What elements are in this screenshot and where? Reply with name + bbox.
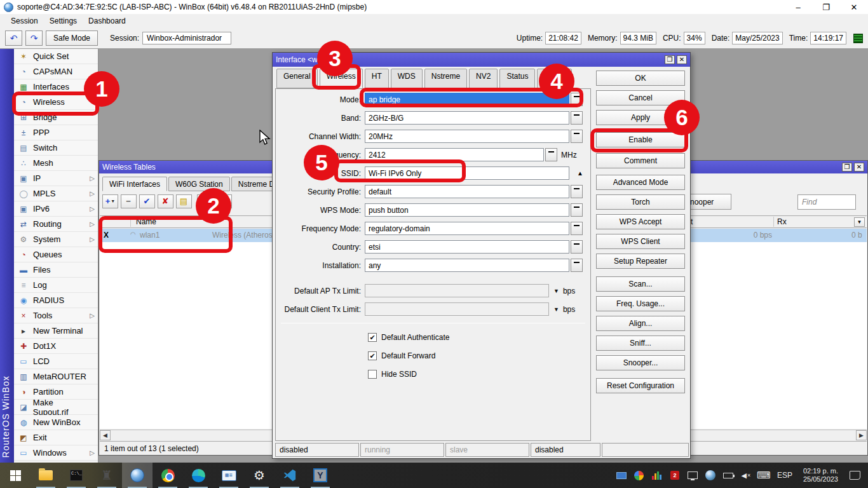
sidebar-item[interactable]: ✚ Dot1X	[14, 339, 98, 354]
dialog-button[interactable]: Scan...	[596, 276, 685, 292]
tray-updates-icon[interactable]: 2	[667, 463, 682, 488]
field-value-input[interactable]: 20MHz	[365, 130, 569, 143]
field-value-input[interactable]: push button	[365, 203, 569, 217]
tx-limit-input[interactable]	[365, 302, 549, 316]
taskbar-vscode[interactable]	[275, 463, 305, 488]
checkbox[interactable]: ✔	[368, 351, 377, 360]
taskbar-chrome[interactable]	[153, 463, 183, 488]
sidebar-item[interactable]: ✶ Quick Set	[14, 49, 98, 64]
menu-item[interactable]: Session	[5, 17, 44, 25]
dialog-button[interactable]: Freq. Usage...	[596, 296, 685, 311]
taskbar-settings[interactable]: ⚙	[244, 463, 275, 488]
scroll-left-icon[interactable]: ◀	[100, 430, 111, 440]
wt-tool-button[interactable]: ✘	[158, 194, 173, 208]
sidebar-item[interactable]: ◉ RADIUS	[14, 293, 98, 308]
language-indicator[interactable]: ESP	[774, 463, 796, 488]
checkbox-row[interactable]: Hide SSID	[276, 365, 590, 383]
action-center-icon[interactable]	[850, 471, 860, 480]
sidebar-item[interactable]: ∴ Mesh	[14, 156, 98, 171]
sidebar-item[interactable]: ◯ MPLS ▷	[14, 186, 98, 201]
minimize-button[interactable]: –	[784, 0, 812, 14]
dialog-button[interactable]: Align...	[596, 316, 685, 331]
field-value-input[interactable]: 2GHz-B/G	[365, 111, 569, 125]
tray-volume-muted-icon[interactable]: ◀×	[738, 463, 754, 488]
dropdown-icon[interactable]	[571, 259, 583, 272]
field-value-input[interactable]: regulatory-domain	[365, 222, 569, 235]
dialog-button[interactable]: Snooper...	[596, 355, 685, 370]
checkbox[interactable]	[368, 370, 377, 379]
column-header-fragment[interactable]: t	[691, 217, 693, 226]
wt-maximize-button[interactable]: ❐	[842, 163, 852, 172]
sidebar-item[interactable]: ▤ Switch	[14, 140, 98, 156]
sidebar-item[interactable]: ▬ Files	[14, 262, 98, 278]
wt-tool-button[interactable]: ▤	[176, 194, 192, 208]
dialog-button[interactable]: Comment	[596, 153, 685, 168]
safe-mode-button[interactable]: Safe Mode	[46, 30, 98, 46]
sidebar-item[interactable]: ▸ New Terminal	[14, 323, 98, 339]
find-input[interactable]: Find	[797, 194, 856, 210]
dialog-button[interactable]: Setup Repeater	[596, 254, 685, 269]
sidebar-item[interactable]: × Tools ▷	[14, 308, 98, 323]
taskbar-file-explorer[interactable]	[31, 463, 61, 488]
dialog-maximize-button[interactable]: ❐	[665, 55, 675, 64]
field-value-input[interactable]: default	[365, 185, 569, 198]
sidebar-item[interactable]: ▣ IPv6 ▷	[14, 201, 98, 217]
start-button[interactable]	[0, 463, 31, 488]
wt-close-button[interactable]: ✕	[854, 163, 864, 172]
wt-tool-button[interactable]: ✔	[139, 194, 155, 208]
tray-power-icon[interactable]	[721, 463, 736, 488]
sidebar-item[interactable]: ▣ IP ▷	[14, 171, 98, 186]
checkbox-row[interactable]: ✔ Default Authenticate	[276, 328, 590, 346]
wt-tool-button[interactable]: + ▼	[102, 194, 118, 208]
dropdown-icon[interactable]	[571, 222, 583, 235]
dialog-button[interactable]: WPS Client	[596, 234, 685, 249]
sidebar-item[interactable]: ▭ Windows ▷	[14, 445, 98, 461]
tray-winbox-icon[interactable]	[703, 463, 718, 488]
dialog-button[interactable]: Torch	[596, 194, 685, 210]
sidebar-item[interactable]: ◩ Exit	[14, 430, 98, 445]
scroll-right-icon[interactable]: ▶	[856, 430, 867, 440]
sidebar-item[interactable]: ◪ Make Supout.rif	[14, 400, 98, 415]
dialog-tab[interactable]: General	[276, 69, 318, 88]
dialog-button[interactable]: Sniff...	[596, 336, 685, 351]
checkbox[interactable]: ✔	[368, 333, 377, 342]
sidebar-item[interactable]: ▭ LCD	[14, 354, 98, 369]
sidebar-item[interactable]: ⚙ System ▷	[14, 232, 98, 247]
taskbar-edge[interactable]	[183, 463, 214, 488]
dropdown-icon[interactable]	[545, 148, 557, 161]
dropdown-icon[interactable]	[571, 240, 583, 254]
dropdown-icon[interactable]	[571, 203, 583, 217]
tray-keyboard-icon[interactable]: ⌨	[756, 463, 771, 488]
tray-monitor-icon[interactable]	[614, 463, 629, 488]
taskbar-report-app[interactable]: ▦≣	[214, 463, 244, 488]
session-value-box[interactable]: Winbox-Administrador	[142, 32, 231, 44]
sidebar-item[interactable]: ◍ New WinBox	[14, 415, 98, 430]
tx-limit-input[interactable]	[365, 284, 549, 297]
dialog-tab[interactable]: WDS	[391, 69, 423, 88]
dropdown-icon[interactable]	[571, 111, 583, 125]
dialog-close-button[interactable]: ✕	[677, 55, 687, 64]
taskbar-netinstall[interactable]: ♜	[92, 463, 122, 488]
taskbar-command-prompt[interactable]: C:\_	[61, 463, 92, 488]
dialog-tab[interactable]: HT	[365, 69, 389, 88]
field-value-input[interactable]: etsi	[365, 240, 569, 254]
checkbox-row[interactable]: ✔ Default Forward	[276, 346, 590, 365]
close-button[interactable]: ✕	[840, 0, 868, 14]
field-value-input[interactable]: any	[365, 259, 569, 272]
menu-item[interactable]: Settings	[44, 17, 83, 25]
tray-browser-icon[interactable]	[632, 463, 647, 488]
dialog-button[interactable]: Advanced Mode	[596, 175, 685, 190]
dialog-tab[interactable]: Status	[499, 69, 535, 88]
column-header-rx[interactable]: Rx	[777, 217, 787, 226]
sidebar-item[interactable]: ◔ CAPsMAN	[14, 64, 98, 79]
dropdown-icon[interactable]: ▼	[553, 288, 559, 294]
taskbar-martini-app[interactable]: Y	[305, 463, 336, 488]
sidebar-item[interactable]: ≡ Log	[14, 278, 98, 293]
scroll-up-icon[interactable]: ▲	[577, 170, 583, 177]
undo-button[interactable]: ↶	[5, 30, 22, 46]
wt-tool-button[interactable]: −	[121, 194, 137, 208]
sidebar-item[interactable]: ◔ Queues	[14, 247, 98, 262]
dialog-tab[interactable]: Nstreme	[424, 69, 467, 88]
dropdown-icon[interactable]	[571, 185, 583, 198]
dialog-button[interactable]: WPS Accept	[596, 214, 685, 229]
